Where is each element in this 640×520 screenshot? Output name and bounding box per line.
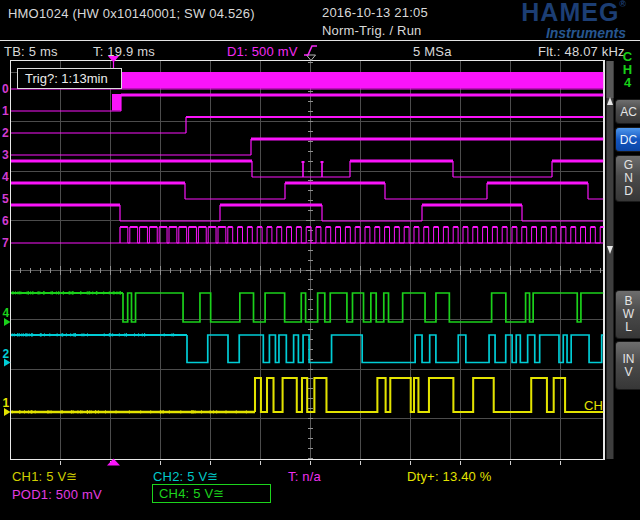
dc-button-label: DC (620, 133, 637, 147)
coupling-dc-button[interactable]: DC (615, 127, 640, 152)
gnd-button[interactable]: GND (615, 155, 640, 202)
svg-text:1: 1 (3, 396, 10, 410)
svg-text:4: 4 (2, 170, 9, 184)
coupling-ac-button[interactable]: AC (615, 99, 640, 124)
inv-button-label: INV (623, 353, 635, 379)
invert-button[interactable]: INV (615, 341, 640, 390)
ac-button-label: AC (620, 105, 637, 119)
bandwidth-limit-button[interactable]: BWL (615, 290, 640, 339)
svg-text:3: 3 (2, 148, 9, 162)
trigger-warning-box: Trig?: 1:13min (17, 68, 122, 89)
svg-text:0: 0 (2, 82, 9, 96)
svg-text:5: 5 (2, 192, 9, 206)
rising-edge-icon (303, 43, 318, 58)
svg-text:2: 2 (2, 126, 9, 140)
gnd-button-label: GND (623, 159, 635, 198)
oscilloscope-screen: HMO1024 (HW 0x10140001; SW 04.526) 2016-… (0, 0, 640, 520)
bwl-button-label: BWL (623, 295, 635, 334)
svg-text:2: 2 (3, 347, 10, 361)
sidebar-channel-title: CH4 (621, 50, 634, 89)
channel-clip-label: CH (584, 398, 603, 413)
svg-text:1: 1 (2, 104, 9, 118)
svg-text:6: 6 (2, 214, 9, 228)
svg-text:7: 7 (2, 236, 9, 250)
svg-text:4: 4 (3, 306, 10, 320)
